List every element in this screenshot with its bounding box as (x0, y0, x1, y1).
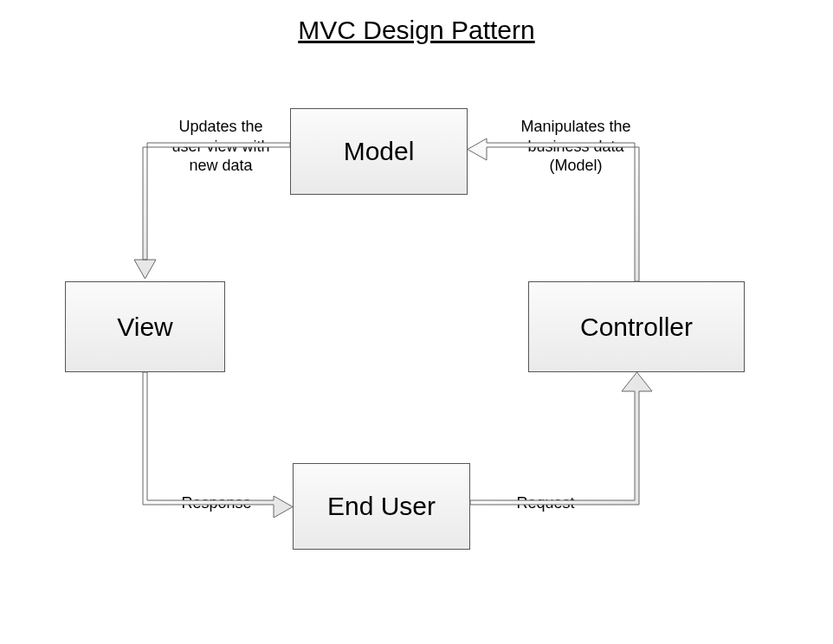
manipulates-label: Manipulates thebusiness data(Model) (498, 117, 654, 176)
model-box: Model (290, 108, 468, 195)
controller-box: Controller (528, 281, 745, 372)
response-label: Response (165, 493, 268, 513)
diagram-title: MVC Design Pattern (0, 16, 833, 45)
updates-label: Updates theuser view withnew data (152, 117, 290, 176)
enduser-label: End User (327, 492, 436, 521)
enduser-box: End User (293, 463, 470, 550)
view-box: View (65, 281, 225, 372)
request-label: Request (494, 493, 597, 513)
controller-label: Controller (580, 312, 693, 342)
arrow-enduser-to-controller (470, 372, 652, 505)
view-label: View (117, 312, 172, 342)
model-label: Model (344, 137, 415, 166)
